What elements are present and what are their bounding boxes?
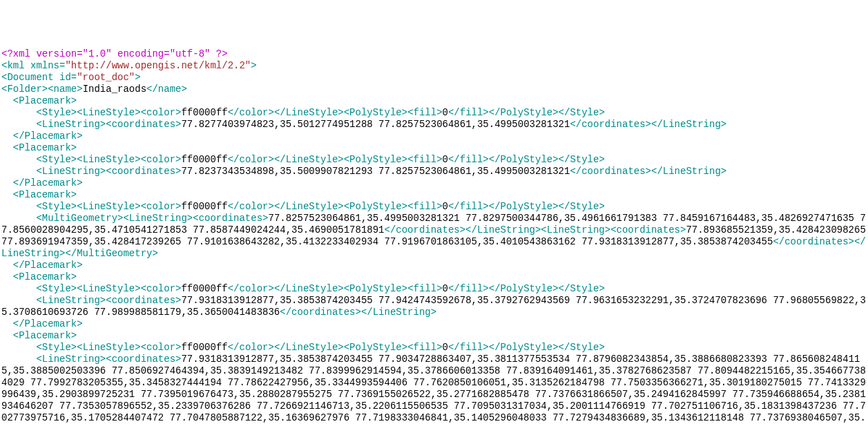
color-value: ff0000ff [181,342,227,353]
style-line: <Style><LineStyle><color> [1,201,181,212]
document-open: <Document id= [1,72,77,83]
style-line: <Style><LineStyle><color> [1,283,181,294]
linestring-open: <LineString><coordinates> [1,119,181,130]
linestring-open: <LineString><coordinates> [1,295,181,306]
multigeometry-open: <MultiGeometry><LineString><coordinates> [1,213,268,224]
kml-open: <kml xmlns= [1,60,65,71]
placemark-open: <Placemark> [1,330,77,341]
style-line: <Style><LineStyle><color> [1,342,181,353]
fill-value: 0 [443,107,448,118]
placemark-close: </Placemark> [1,260,83,271]
fill-value: 0 [443,154,448,165]
doc-id: "root_doc" [77,72,135,83]
coords: 77.8237343534898,35.5009907821293 77.825… [181,166,570,177]
kml-ns: "http://www.opengis.net/kml/2.2" [65,60,251,71]
style-line: <Style><LineStyle><color> [1,107,181,118]
placemark-close: </Placemark> [1,318,83,329]
style-line: <Style><LineStyle><color> [1,154,181,165]
xml-code-block: <?xml version="1.0" encoding="utf-8" ?> … [1,48,867,424]
folder-open: <Folder><name> [1,84,83,95]
linestring-open: <LineString><coordinates> [1,166,181,177]
fill-value: 0 [443,342,448,353]
placemark-close: </Placemark> [1,177,83,189]
folder-name: India_raods [83,84,146,95]
fill-value: 0 [443,283,448,294]
placemark-close: </Placemark> [1,131,83,142]
xml-declaration: <?xml version="1.0" encoding="utf-8" ?> [1,48,228,59]
color-value: ff0000ff [181,201,227,212]
coords: 77.8277403974823,35.5012774951288 77.825… [181,119,570,130]
fill-value: 0 [443,201,448,212]
placemark-open: <Placemark> [1,189,77,200]
color-value: ff0000ff [181,107,227,118]
color-value: ff0000ff [181,154,227,165]
color-value: ff0000ff [181,283,227,294]
placemark-open: <Placemark> [1,142,77,153]
placemark-open: <Placemark> [1,271,77,282]
placemark-open: <Placemark> [1,95,77,106]
linestring-open: <LineString><coordinates> [1,354,181,365]
